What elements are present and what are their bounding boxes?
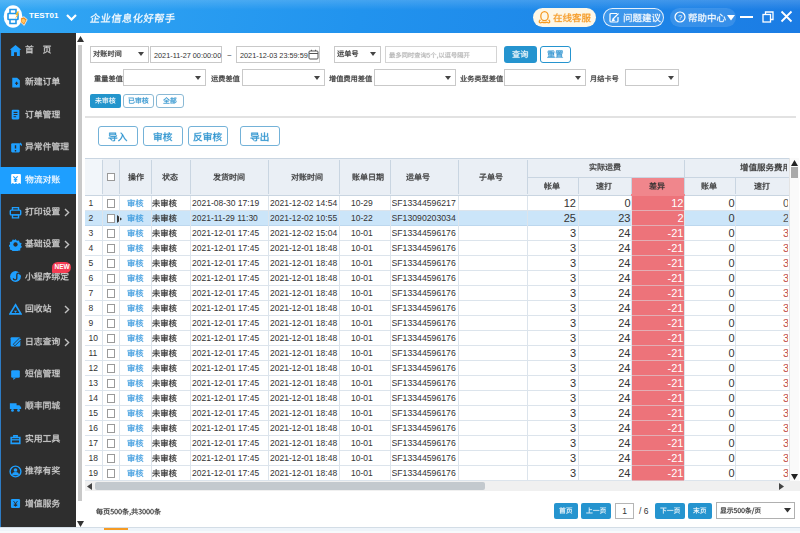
svg-text:?: ? bbox=[678, 13, 682, 22]
